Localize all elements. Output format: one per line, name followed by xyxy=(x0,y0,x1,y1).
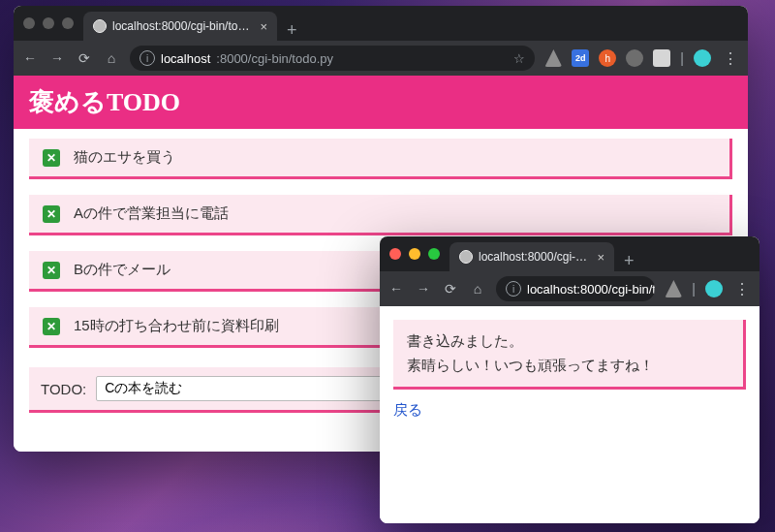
result-message-line: 書き込みました。 xyxy=(407,329,729,354)
nav-back-icon[interactable]: ← xyxy=(388,281,405,297)
todo-text: Aの件で営業担当に電話 xyxy=(74,204,229,223)
tab-strip: localhost:8000/cgi-bin/todo.py × + xyxy=(83,6,748,41)
nav-forward-icon[interactable]: → xyxy=(415,281,432,297)
new-tab-button[interactable]: + xyxy=(277,20,307,41)
result-page: 書き込みました。 素晴らしい！いつも頑張ってますね！ 戻る xyxy=(380,306,760,433)
back-link[interactable]: 戻る xyxy=(393,401,422,420)
window-close-button[interactable] xyxy=(389,248,401,260)
todo-item: ✕ 猫のエサを買う xyxy=(29,139,732,179)
window-controls xyxy=(389,248,440,260)
nav-reload-icon[interactable]: ⟳ xyxy=(76,50,93,66)
tab-strip: localhost:8000/cgi-bin/todo.py? × + xyxy=(450,236,760,271)
browser-menu-icon[interactable]: ⋮ xyxy=(732,280,752,298)
extension-message-icon[interactable] xyxy=(653,49,670,67)
todo-item: ✕ Aの件で営業担当に電話 xyxy=(29,195,732,235)
extension-divider: | xyxy=(680,50,684,66)
close-tab-icon[interactable]: × xyxy=(260,19,267,34)
url-host: localhost xyxy=(161,51,210,66)
close-tab-icon[interactable]: × xyxy=(597,250,604,265)
window-maximize-button[interactable] xyxy=(428,248,440,260)
extension-cloud-icon[interactable] xyxy=(665,280,682,297)
globe-icon xyxy=(459,250,473,264)
extension-translate-icon[interactable]: 2d xyxy=(572,49,589,67)
nav-reload-icon[interactable]: ⟳ xyxy=(442,281,459,297)
window-minimize-button[interactable] xyxy=(43,17,54,29)
site-info-icon[interactable]: i xyxy=(140,50,155,66)
result-message-box: 書き込みました。 素晴らしい！いつも頑張ってますね！ xyxy=(393,320,746,390)
browser-tab[interactable]: localhost:8000/cgi-bin/todo.py × xyxy=(83,12,277,41)
todo-text: 15時の打ち合わせ前に資料印刷 xyxy=(74,317,279,335)
url-path: :8000/cgi-bin/todo.py xyxy=(216,51,333,66)
address-bar[interactable]: i localhost:8000/cgi-bin/t… ☆ xyxy=(496,276,655,301)
url-display: localhost:8000/cgi-bin/t… xyxy=(527,282,655,297)
browser-window-result: localhost:8000/cgi-bin/todo.py? × + ← → … xyxy=(380,236,760,523)
nav-home-icon[interactable]: ⌂ xyxy=(103,50,120,66)
extension-icons: | xyxy=(665,280,723,297)
delete-button[interactable]: ✕ xyxy=(43,318,60,335)
browser-tab[interactable]: localhost:8000/cgi-bin/todo.py? × xyxy=(450,242,614,271)
site-info-icon[interactable]: i xyxy=(506,281,521,297)
page-viewport: 書き込みました。 素晴らしい！いつも頑張ってますね！ 戻る xyxy=(380,306,760,523)
window-close-button[interactable] xyxy=(23,17,35,29)
window-controls xyxy=(23,17,74,29)
profile-avatar-icon[interactable] xyxy=(694,49,711,67)
tab-title: localhost:8000/cgi-bin/todo.py xyxy=(112,19,254,33)
nav-back-icon[interactable]: ← xyxy=(21,50,39,66)
result-message-line: 素晴らしい！いつも頑張ってますね！ xyxy=(407,354,729,378)
extension-divider: | xyxy=(692,281,696,297)
delete-button[interactable]: ✕ xyxy=(43,205,60,223)
globe-icon xyxy=(93,19,107,33)
window-minimize-button[interactable] xyxy=(409,248,420,260)
todo-text: 猫のエサを買う xyxy=(74,148,175,167)
browser-menu-icon[interactable]: ⋮ xyxy=(721,49,740,68)
tab-title: localhost:8000/cgi-bin/todo.py? xyxy=(479,250,591,264)
page-title: 褒めるTODO xyxy=(14,76,748,129)
nav-forward-icon[interactable]: → xyxy=(48,50,66,66)
toolbar: ← → ⟳ ⌂ i localhost:8000/cgi-bin/t… ☆ | … xyxy=(380,271,760,306)
new-tab-button[interactable]: + xyxy=(614,251,644,271)
window-maximize-button[interactable] xyxy=(62,17,74,29)
nav-home-icon[interactable]: ⌂ xyxy=(469,281,486,297)
add-label: TODO: xyxy=(41,381,86,397)
extension-pin-icon[interactable] xyxy=(626,49,643,67)
profile-avatar-icon[interactable] xyxy=(705,280,723,297)
delete-button[interactable]: ✕ xyxy=(43,149,60,167)
toolbar: ← → ⟳ ⌂ i localhost:8000/cgi-bin/todo.py… xyxy=(14,41,748,76)
todo-text: Bの件でメール xyxy=(74,261,170,279)
bookmark-star-icon[interactable]: ☆ xyxy=(513,51,525,66)
address-bar[interactable]: i localhost:8000/cgi-bin/todo.py ☆ xyxy=(130,46,535,71)
delete-button[interactable]: ✕ xyxy=(43,262,60,279)
extension-circle-icon[interactable]: h xyxy=(599,49,616,67)
extension-cloud-icon[interactable] xyxy=(544,49,562,67)
titlebar: localhost:8000/cgi-bin/todo.py? × + xyxy=(380,236,760,271)
extension-icons: 2d h | xyxy=(544,49,711,67)
titlebar: localhost:8000/cgi-bin/todo.py × + xyxy=(14,6,748,41)
